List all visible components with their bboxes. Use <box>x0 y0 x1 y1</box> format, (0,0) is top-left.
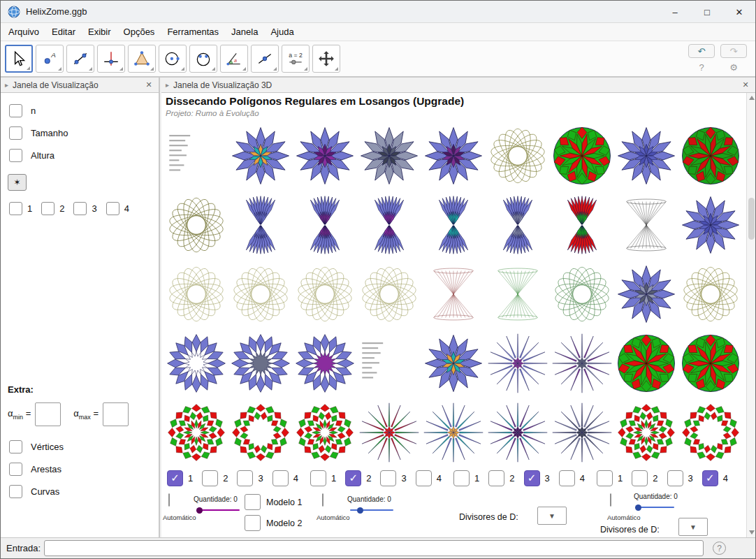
figure-wirehour[interactable] <box>614 190 678 259</box>
checkbox-set-4[interactable] <box>106 202 119 215</box>
figure-text[interactable] <box>164 121 228 190</box>
checkbox-curvas[interactable] <box>9 485 22 498</box>
figure-set-checkbox[interactable] <box>310 470 326 486</box>
figure-set-checkbox[interactable] <box>488 470 504 486</box>
minimize-button[interactable]: – <box>659 1 691 23</box>
checkbox-n[interactable] <box>9 104 22 117</box>
figure-wire[interactable] <box>357 259 421 328</box>
tool-circle-button[interactable] <box>159 45 187 73</box>
redo-button[interactable]: ↷ <box>720 44 747 58</box>
close-button[interactable]: ✕ <box>723 1 755 23</box>
quantidade-slider-3[interactable] <box>635 507 674 508</box>
figure-ring[interactable] <box>293 328 357 398</box>
automatico-checkbox-1[interactable] <box>168 493 170 507</box>
checkbox-arestas[interactable] <box>9 463 22 476</box>
automatico-checkbox-2[interactable] <box>322 493 324 507</box>
figure-set-checkbox[interactable] <box>667 470 683 486</box>
figure-set-checkbox[interactable]: ✓ <box>524 470 540 486</box>
figure-ball[interactable] <box>614 328 678 398</box>
tool-slider-button[interactable]: a = 2 <box>282 45 310 73</box>
figure-spike[interactable] <box>486 328 550 398</box>
scroll-down-icon[interactable] <box>749 530 755 535</box>
figure-set-checkbox[interactable] <box>632 470 648 486</box>
figure-dome[interactable] <box>614 121 678 190</box>
slider-thumb[interactable] <box>635 504 641 511</box>
figure-spiral[interactable] <box>614 398 678 467</box>
tool-move-button[interactable] <box>5 45 33 73</box>
tool-line-button[interactable] <box>66 45 94 73</box>
figure-dome[interactable] <box>293 121 357 190</box>
menu-ferramentas[interactable]: Ferramentas <box>161 24 225 40</box>
tool-perpendicular-button[interactable] <box>97 45 125 73</box>
settings-gear-icon[interactable]: ⚙ <box>720 61 747 73</box>
entrada-input[interactable] <box>44 540 704 556</box>
figure-dome[interactable] <box>678 190 743 259</box>
collapse-arrow-icon[interactable]: ▸ <box>5 81 8 89</box>
figure-wire[interactable] <box>164 190 228 259</box>
slider-thumb[interactable] <box>196 507 203 514</box>
tool-angle-button[interactable]: a <box>220 45 248 73</box>
divisores-dropdown-2[interactable]: ▼ <box>678 518 708 536</box>
scroll-up-icon[interactable] <box>749 96 755 100</box>
alpha-max-input[interactable] <box>103 402 129 426</box>
help-icon[interactable]: ? <box>688 61 715 73</box>
collapse-arrow-icon[interactable]: ▸ <box>166 81 169 89</box>
menu-exibir[interactable]: Exibir <box>82 24 117 40</box>
star-button[interactable]: ✶ <box>8 174 27 191</box>
checkbox-altura[interactable] <box>9 149 22 162</box>
slider-thumb[interactable] <box>357 507 363 514</box>
figure-set-checkbox[interactable] <box>559 470 575 486</box>
figure-wirehour[interactable] <box>486 259 550 328</box>
figure-spike[interactable] <box>486 398 550 467</box>
scrollbar-thumb[interactable] <box>748 198 755 240</box>
figure-wire[interactable] <box>164 259 228 328</box>
figure-wire[interactable] <box>486 121 550 190</box>
figure-wire[interactable] <box>228 259 293 328</box>
figure-spiral[interactable] <box>293 398 357 467</box>
figure-spiral[interactable] <box>228 398 293 467</box>
figure-hour[interactable] <box>357 190 421 259</box>
figure-set-checkbox[interactable] <box>237 470 253 486</box>
figure-hour[interactable] <box>550 190 614 259</box>
figure-hour[interactable] <box>228 190 293 259</box>
tool-conic-button[interactable] <box>189 45 217 73</box>
figure-dome[interactable] <box>614 259 678 328</box>
canvas-3d[interactable]: Dissecando Polígonos Regulares em Losang… <box>161 93 755 537</box>
close-graphics-view-icon[interactable]: ✕ <box>143 80 154 89</box>
menu-opcoes[interactable]: Opções <box>117 24 161 40</box>
menu-ajuda[interactable]: Ajuda <box>264 24 300 40</box>
figure-dome[interactable] <box>421 121 486 190</box>
figure-set-checkbox[interactable]: ✓ <box>702 470 718 486</box>
checkbox-tamanho[interactable] <box>9 126 22 140</box>
maximize-button[interactable]: □ <box>691 1 723 23</box>
figure-set-checkbox[interactable] <box>380 470 396 486</box>
alpha-min-input[interactable] <box>35 402 61 426</box>
figure-ball[interactable] <box>678 328 743 398</box>
modelo-2-checkbox[interactable] <box>245 515 261 531</box>
figure-wire[interactable] <box>550 259 614 328</box>
figure-spike[interactable] <box>550 328 614 398</box>
figure-wire[interactable] <box>293 259 357 328</box>
figure-set-checkbox[interactable] <box>272 470 289 486</box>
figure-set-checkbox[interactable] <box>202 470 218 486</box>
figure-set-checkbox[interactable] <box>597 470 613 486</box>
figure-wirehour[interactable] <box>421 259 486 328</box>
figure-ring[interactable] <box>228 328 293 398</box>
figure-ball[interactable] <box>550 121 614 190</box>
checkbox-set-1[interactable] <box>9 202 22 215</box>
figure-hour[interactable] <box>421 190 486 259</box>
figure-spike[interactable] <box>421 398 486 467</box>
vertical-scrollbar[interactable] <box>746 93 755 537</box>
checkbox-set-2[interactable] <box>41 202 54 215</box>
menu-arquivo[interactable]: Arquivo <box>2 24 45 40</box>
quantidade-slider-2[interactable] <box>350 509 393 511</box>
tool-reflect-button[interactable] <box>251 45 279 73</box>
tool-point-button[interactable]: A <box>36 45 64 73</box>
figure-ball[interactable] <box>678 121 743 190</box>
figure-set-checkbox[interactable] <box>416 470 432 486</box>
divisores-dropdown-1[interactable]: ▼ <box>537 507 567 525</box>
figure-dome[interactable] <box>357 121 421 190</box>
figure-set-checkbox[interactable] <box>453 470 470 486</box>
figure-spiral[interactable] <box>164 398 228 467</box>
undo-button[interactable]: ↶ <box>688 44 715 58</box>
